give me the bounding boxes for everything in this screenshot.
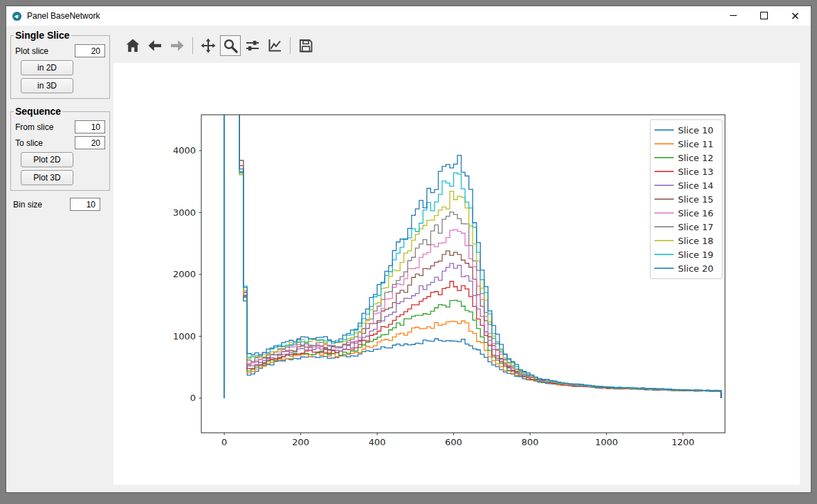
toolbar-separator [192,37,193,54]
bin-size-label: Bin size [13,200,42,209]
legend-label: Slice 13 [678,167,713,177]
forward-button[interactable] [167,35,187,56]
window-controls: × [717,6,811,26]
legend-label: Slice 18 [678,236,713,246]
single-slice-group: Single Slice Plot slice in 2D in 3D [10,30,110,99]
pan-button[interactable] [198,35,219,56]
toolbar-separator [290,37,291,54]
in-2d-button[interactable]: in 2D [21,60,73,75]
single-slice-title: Single Slice [14,30,71,41]
plot-2d-button[interactable]: Plot 2D [21,152,73,167]
plot-area[interactable] [201,115,725,433]
window-content: Single Slice Plot slice in 2D in 3D Sequ… [6,26,811,492]
maximize-icon [760,12,768,19]
customize-icon [266,37,283,54]
back-icon [147,37,163,54]
to-slice-input[interactable] [75,136,105,149]
legend-label: Slice 16 [678,208,713,218]
home-icon [125,37,141,54]
subplots-button[interactable] [242,35,263,56]
y-tick-label: 0 [190,393,196,403]
from-slice-input[interactable] [75,120,105,133]
customize-button[interactable] [264,35,285,56]
y-tick-label: 4000 [173,145,196,156]
legend-label: Slice 17 [678,222,713,232]
x-tick-label: 800 [522,437,539,447]
subplots-icon [244,37,261,54]
to-slice-label: To slice [15,138,43,148]
pan-icon [200,37,217,54]
from-slice-label: From slice [15,122,53,132]
plot-toolbar [122,35,316,57]
legend-label: Slice 12 [678,153,713,163]
app-window: Panel BaseNetwork × Single Slice Plot sl… [6,6,811,493]
y-tick-label: 2000 [173,269,196,279]
close-icon: × [791,10,800,21]
bin-size-row: Bin size [13,198,100,211]
plot-3d-button[interactable]: Plot 3D [21,170,73,185]
minimize-button[interactable] [717,6,749,25]
sequence-group: Sequence From slice To slice Plot 2D Plo… [10,106,110,191]
back-button[interactable] [145,35,165,56]
histogram-chart[interactable]: 02004006008001000120001000200030004000Sl… [113,63,800,485]
legend-label: Slice 10 [678,125,713,136]
to-slice-row: To slice [15,136,105,149]
zoom-icon [222,37,239,54]
legend-label: Slice 19 [678,250,713,260]
window-titlebar[interactable]: Panel BaseNetwork × [6,6,811,26]
x-tick-label: 0 [221,437,227,447]
legend-label: Slice 11 [678,139,713,149]
plot-canvas[interactable]: 02004006008001000120001000200030004000Sl… [113,63,800,485]
sequence-title: Sequence [14,106,62,117]
save-button[interactable] [295,35,316,56]
home-button[interactable] [122,35,143,56]
legend: Slice 10Slice 11Slice 12Slice 13Slice 14… [650,120,722,279]
in-3d-button[interactable]: in 3D [21,78,73,93]
plot-panel: 02004006008001000120001000200030004000Sl… [111,26,811,492]
x-tick-label: 600 [445,437,462,447]
plot-slice-input[interactable] [75,44,105,57]
x-tick-label: 1000 [595,437,618,447]
sidebar: Single Slice Plot slice in 2D in 3D Sequ… [6,26,111,492]
y-tick-label: 1000 [173,331,196,342]
plot-slice-label: Plot slice [15,46,48,56]
legend-label: Slice 14 [678,180,713,191]
maximize-button[interactable] [749,6,780,25]
window-title: Panel BaseNetwork [27,11,100,21]
save-icon [297,37,314,54]
app-icon [12,11,22,21]
bin-size-input[interactable] [70,198,100,211]
legend-label: Slice 20 [678,263,713,274]
x-tick-label: 200 [292,437,309,447]
forward-icon [169,37,185,54]
from-slice-row: From slice [15,120,105,133]
y-tick-label: 3000 [173,207,196,218]
minimize-icon [730,15,737,16]
x-tick-label: 400 [369,437,386,447]
zoom-button[interactable] [220,35,241,56]
close-button[interactable]: × [780,6,811,25]
x-tick-label: 1200 [672,437,695,447]
legend-label: Slice 15 [678,194,713,205]
plot-slice-row: Plot slice [15,44,105,57]
